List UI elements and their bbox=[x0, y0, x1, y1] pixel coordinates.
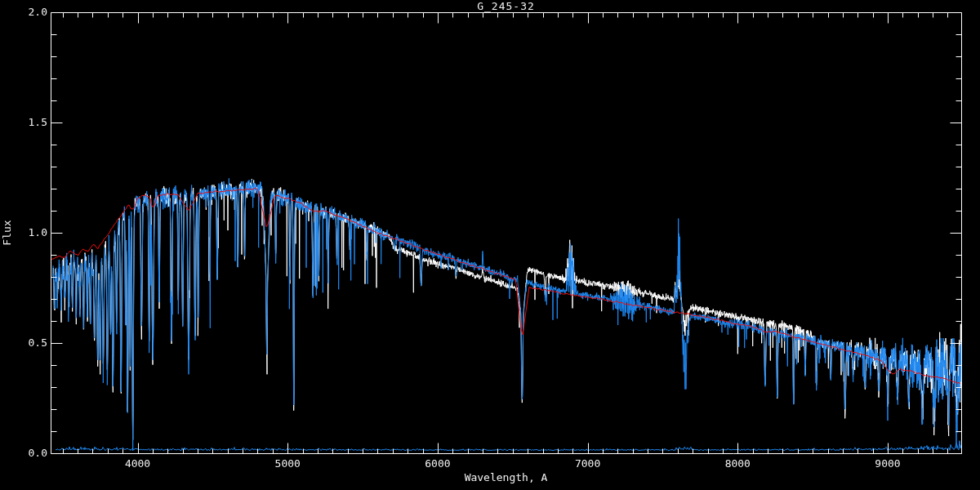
y-tick-label: 0.5 bbox=[11, 337, 47, 349]
plot-title: G_245-32 bbox=[51, 1, 961, 12]
spectrum-figure: G_245-32 Wavelength, A Flux 0.00.51.01.5… bbox=[0, 0, 980, 490]
x-tick-label: 7000 bbox=[562, 458, 614, 470]
y-tick-label: 0.0 bbox=[11, 448, 47, 459]
y-tick-label: 2.0 bbox=[11, 7, 47, 18]
y-tick-label: 1.5 bbox=[11, 117, 47, 128]
x-tick-label: 4000 bbox=[112, 458, 164, 470]
spectrum-plot-canvas bbox=[0, 0, 980, 490]
x-axis-label: Wavelength, A bbox=[51, 472, 961, 483]
y-tick-label: 1.0 bbox=[11, 227, 47, 238]
x-tick-label: 8000 bbox=[711, 458, 764, 470]
x-tick-label: 6000 bbox=[412, 458, 464, 470]
x-tick-label: 5000 bbox=[261, 458, 314, 470]
x-tick-label: 9000 bbox=[862, 458, 914, 470]
